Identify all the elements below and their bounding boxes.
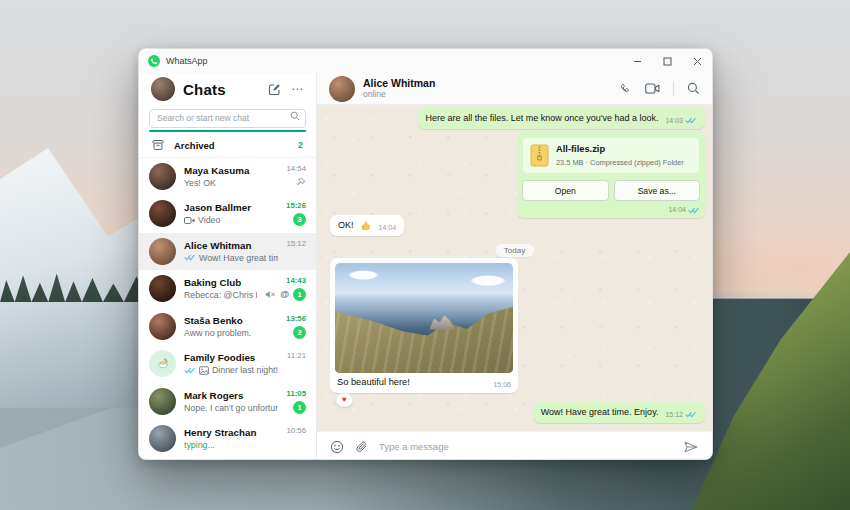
message-text: Wow! Have great time. Enjoy. xyxy=(541,407,659,418)
chat-time: 10:56 xyxy=(286,426,306,435)
voice-call-icon[interactable] xyxy=(618,82,632,96)
message-text: OK! xyxy=(338,220,354,231)
avatar xyxy=(149,313,176,340)
photo-caption: So beautiful here! xyxy=(337,377,410,389)
unread-badge: 1 xyxy=(293,401,306,414)
chat-preview: Nope. I can't go unfortunately. xyxy=(184,403,278,413)
chat-preview: Rebecca: @Chris R? xyxy=(184,290,257,300)
whatsapp-window: WhatsApp Chats ⋯ xyxy=(138,48,713,460)
chat-list-item-stasa[interactable]: Staša Benko Aww no problem. 13:56 2 xyxy=(139,308,316,346)
header-divider xyxy=(673,81,674,96)
window-titlebar[interactable]: WhatsApp xyxy=(139,49,712,73)
chat-time: 11:21 xyxy=(287,351,306,360)
new-chat-icon[interactable] xyxy=(268,83,281,96)
chat-list-item-maya[interactable]: Maya Kasuma Yes! OK 14:54 xyxy=(139,158,316,196)
message-incoming-ok: OK! 14:04 xyxy=(330,215,404,236)
muted-icon xyxy=(265,290,276,299)
message-time: 14:03 xyxy=(665,117,683,126)
food-bowl-icon xyxy=(156,357,170,371)
message-text: Here are all the files. Let me know once… xyxy=(426,113,659,124)
search-input[interactable] xyxy=(149,109,306,128)
photo-thumbnail[interactable] xyxy=(335,263,513,373)
chat-list-item-family-foodies[interactable]: Family Foodies Dinner last night! xyxy=(139,345,316,383)
chat-list-item-mark[interactable]: Mark Rogers Nope. I can't go unfortunate… xyxy=(139,383,316,421)
archived-row[interactable]: Archived 2 xyxy=(139,134,316,158)
read-receipt-icon xyxy=(184,367,196,374)
chat-name: Mark Rogers xyxy=(184,390,278,401)
message-time: 15:06 xyxy=(493,381,511,390)
chat-time: 14:43 xyxy=(286,276,306,285)
read-receipt-icon xyxy=(685,411,697,418)
archived-label: Archived xyxy=(174,140,215,151)
zip-file-icon xyxy=(530,144,549,167)
file-name: All-files.zip xyxy=(556,144,684,156)
chat-name: Alice Whitman xyxy=(184,240,278,251)
message-outgoing-file-attachment: All-files.zip 23.5 MB · Compressed (zipp… xyxy=(517,132,705,218)
message-history: Here are all the files. Let me know once… xyxy=(317,105,712,431)
search-icon[interactable] xyxy=(290,111,300,121)
send-icon[interactable] xyxy=(683,440,699,454)
avatar xyxy=(149,200,176,227)
chat-time: 15:26 xyxy=(286,201,306,210)
heart-reaction-badge[interactable]: ♥ xyxy=(336,393,353,407)
whatsapp-logo-icon xyxy=(148,55,160,67)
open-file-button[interactable]: Open xyxy=(522,180,609,201)
chat-list-item-jason[interactable]: Jason Ballmer Video 15:26 3 xyxy=(139,195,316,233)
emoji-icon[interactable] xyxy=(330,440,344,454)
read-receipt-icon xyxy=(688,207,700,214)
avatar xyxy=(149,388,176,415)
day-divider: Today xyxy=(495,244,534,257)
close-button[interactable] xyxy=(682,49,712,73)
chat-time: 13:56 xyxy=(286,314,306,323)
photo-attachment-icon xyxy=(199,366,209,375)
search-conversation-icon[interactable] xyxy=(687,82,700,95)
chats-title: Chats xyxy=(183,81,226,98)
minimize-button[interactable] xyxy=(622,49,652,73)
menu-icon[interactable]: ⋯ xyxy=(291,83,304,95)
chat-time: 11:05 xyxy=(286,389,306,398)
typing-indicator: typing... xyxy=(184,440,215,450)
video-call-icon[interactable] xyxy=(645,83,660,94)
read-receipt-icon xyxy=(685,117,697,124)
chat-list-item-dawn[interactable]: Dawn Jones 8:32 xyxy=(139,458,316,461)
avatar xyxy=(149,350,176,377)
unread-badge: 3 xyxy=(293,213,306,226)
mention-icon: @ xyxy=(280,290,289,299)
chat-list: Maya Kasuma Yes! OK 14:54 Jason Ballmer xyxy=(139,158,316,461)
search-accent-underline xyxy=(149,130,306,132)
message-input[interactable] xyxy=(379,441,672,452)
chat-preview: Dinner last night! xyxy=(212,365,278,375)
unread-badge: 2 xyxy=(293,326,306,339)
chat-list-item-alice[interactable]: Alice Whitman Wow! Have great time. Enjo… xyxy=(139,233,316,271)
chat-name: Family Foodies xyxy=(184,352,279,363)
chat-time: 15:12 xyxy=(286,239,306,248)
chat-name: Maya Kasuma xyxy=(184,165,278,176)
chat-preview: Aww no problem. xyxy=(184,328,251,338)
archived-count: 2 xyxy=(298,140,303,150)
avatar xyxy=(149,163,176,190)
message-time: 15:12 xyxy=(665,411,683,420)
message-outgoing-wow: Wow! Have great time. Enjoy. 15:12 xyxy=(533,402,705,423)
save-as-button[interactable]: Save as... xyxy=(614,180,701,201)
chat-name: Jason Ballmer xyxy=(184,202,278,213)
profile-avatar[interactable] xyxy=(151,77,175,101)
maximize-button[interactable] xyxy=(652,49,682,73)
conversation-header[interactable]: Alice Whitman online xyxy=(317,73,712,105)
avatar xyxy=(149,425,176,452)
window-title: WhatsApp xyxy=(166,56,208,66)
video-call-icon xyxy=(184,216,195,225)
avatar xyxy=(149,238,176,265)
file-attachment[interactable]: All-files.zip 23.5 MB · Compressed (zipp… xyxy=(522,137,700,174)
contact-avatar[interactable] xyxy=(329,76,355,102)
message-incoming-photo: So beautiful here! 15:06 xyxy=(330,258,518,393)
chat-list-item-henry[interactable]: Henry Strachan typing... 10:56 xyxy=(139,420,316,458)
chat-preview: Video xyxy=(198,215,220,225)
attach-icon[interactable] xyxy=(355,440,368,454)
chat-name: Staša Benko xyxy=(184,315,278,326)
chat-preview: Yes! OK xyxy=(184,178,216,188)
chat-name: Baking Club xyxy=(184,277,257,288)
chat-name: Henry Strachan xyxy=(184,427,278,438)
message-input-bar xyxy=(317,431,712,460)
chat-list-item-baking-club[interactable]: Baking Club Rebecca: @Chris R? 14:43 @ 1 xyxy=(139,270,316,308)
read-receipt-icon xyxy=(184,254,196,261)
